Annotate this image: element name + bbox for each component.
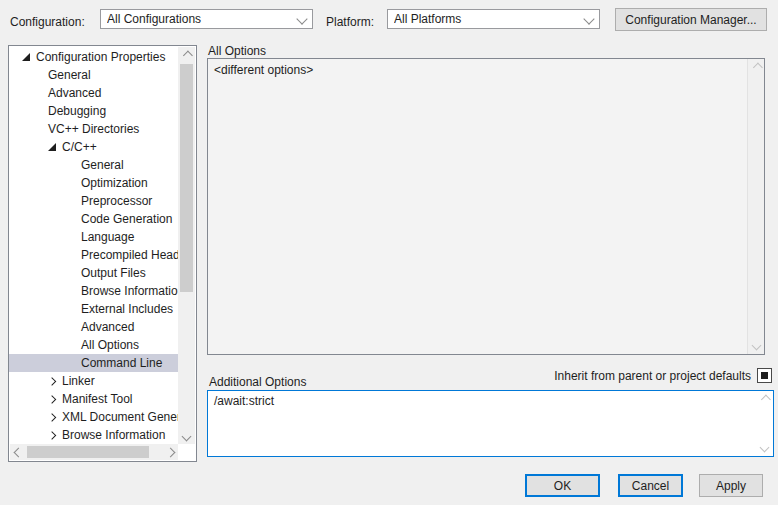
tree-item-label: Linker [62,374,95,388]
tree-item-label: Command Line [81,356,162,370]
additional-options-textbox[interactable]: /await:strict [207,390,774,457]
tree-item-command-line[interactable]: Command Line [9,354,178,372]
tree-item-output-files[interactable]: Output Files [9,264,178,282]
inherit-checkbox[interactable] [757,368,772,383]
tree-item-general[interactable]: General [9,156,178,174]
checkbox-indeterminate-mark [761,372,768,379]
tree-item-advanced[interactable]: Advanced [9,318,178,336]
inherit-row: Inherit from parent or project defaults [554,368,772,383]
tree-item-browse-information[interactable]: Browse Information [9,426,178,444]
tree-item-label: General [48,68,91,82]
tree-item-label: External Includes [81,302,173,316]
tree-item-configuration-properties[interactable]: Configuration Properties [9,48,178,66]
all-options-label: All Options [208,44,266,58]
scroll-up-icon[interactable] [178,47,195,63]
configuration-tree-panel: Configuration PropertiesGeneralAdvancedD… [8,45,197,462]
tree-item-label: Preprocessor [81,194,152,208]
all-options-textbox[interactable]: <different options> [207,58,765,355]
tree-item-c-c-[interactable]: C/C++ [9,138,178,156]
all-options-value: <different options> [214,63,740,77]
tree-item-label: Debugging [48,104,106,118]
scroll-down-icon[interactable] [760,443,770,453]
configuration-manager-button[interactable]: Configuration Manager... [615,8,767,31]
chevron-down-icon [292,10,312,28]
tree-item-label: XML Document Genera [62,410,178,424]
additional-options-value: /await:strict [214,394,749,408]
tree-item-code-generation[interactable]: Code Generation [9,210,178,228]
tree-item-external-includes[interactable]: External Includes [9,300,178,318]
tree-item-label: Precompiled Heade [81,248,178,262]
tree-horizontal-scrollbar[interactable] [10,444,178,460]
scroll-up-icon[interactable] [761,395,771,405]
tree-item-linker[interactable]: Linker [9,372,178,390]
tree-item-label: Advanced [48,86,101,100]
additional-options-scrollbar[interactable] [756,391,773,456]
tree-item-optimization[interactable]: Optimization [9,174,178,192]
scroll-up-icon[interactable] [752,63,762,73]
configuration-combobox[interactable]: All Configurations [100,9,313,29]
tree-collapsed-icon[interactable] [48,413,57,422]
tree-expanded-icon[interactable] [22,53,31,62]
scroll-down-icon[interactable] [751,341,761,351]
tree-rows: Configuration PropertiesGeneralAdvancedD… [9,48,178,444]
scroll-right-icon[interactable] [162,444,178,460]
tree-expanded-icon[interactable] [48,143,57,152]
tree-item-preprocessor[interactable]: Preprocessor [9,192,178,210]
tree-item-advanced[interactable]: Advanced [9,84,178,102]
tree-item-vc-directories[interactable]: VC++ Directories [9,120,178,138]
scrollbar-thumb[interactable] [180,64,193,292]
tree-item-label: Language [81,230,134,244]
tree-item-label: Output Files [81,266,146,280]
platform-label: Platform: [326,15,374,29]
property-pages-dialog: Configuration: All Configurations Platfo… [0,0,778,505]
tree-item-label: Configuration Properties [36,50,165,64]
platform-combobox[interactable]: All Platforms [387,9,600,29]
tree-item-precompiled-heade[interactable]: Precompiled Heade [9,246,178,264]
tree-item-browse-information[interactable]: Browse Information [9,282,178,300]
apply-button[interactable]: Apply [699,474,763,497]
tree-item-general[interactable]: General [9,66,178,84]
all-options-scrollbar[interactable] [747,59,764,354]
tree-item-label: Optimization [81,176,148,190]
tree-item-label: Manifest Tool [62,392,132,406]
platform-combobox-value: All Platforms [394,12,579,26]
tree-item-label: VC++ Directories [48,122,139,136]
inherit-label: Inherit from parent or project defaults [554,369,751,383]
tree-item-label: Code Generation [81,212,172,226]
scroll-left-icon[interactable] [10,444,26,460]
scroll-down-icon[interactable] [178,428,195,444]
tree-item-label: C/C++ [62,140,97,154]
tree-item-manifest-tool[interactable]: Manifest Tool [9,390,178,408]
tree-item-label: Advanced [81,320,134,334]
tree-item-label: Browse Information [81,284,178,298]
tree-item-label: All Options [81,338,139,352]
tree-item-all-options[interactable]: All Options [9,336,178,354]
tree-item-xml-document-genera[interactable]: XML Document Genera [9,408,178,426]
configuration-combobox-value: All Configurations [107,12,292,26]
tree-collapsed-icon[interactable] [48,377,57,386]
tree-vertical-scrollbar[interactable] [178,47,195,444]
tree-item-label: General [81,158,124,172]
tree-item-debugging[interactable]: Debugging [9,102,178,120]
chevron-down-icon [579,10,599,28]
scrollbar-thumb[interactable] [27,446,149,458]
tree-collapsed-icon[interactable] [48,431,57,440]
configuration-label: Configuration: [10,15,85,29]
additional-options-label: Additional Options [209,375,306,389]
ok-button[interactable]: OK [525,474,600,497]
tree-item-language[interactable]: Language [9,228,178,246]
tree-item-label: Browse Information [62,428,165,442]
tree-collapsed-icon[interactable] [48,395,57,404]
cancel-button[interactable]: Cancel [618,474,683,497]
